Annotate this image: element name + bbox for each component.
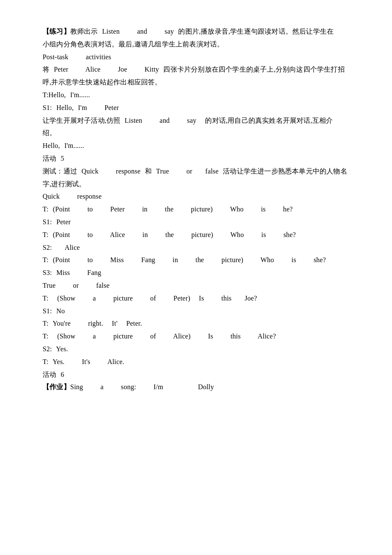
line-21: True or false (43, 280, 349, 292)
line-23: S1: No (43, 305, 349, 318)
line-9: 绍。 (43, 127, 349, 139)
line-20: S3: Miss Fang (43, 267, 349, 279)
line-18: S2: Alice (43, 242, 349, 254)
line-10: Hello, I'm...... (43, 140, 349, 152)
line-6: T:Hello, I'm...... (43, 89, 349, 101)
line-26: S2: Yes. (43, 343, 349, 356)
line-27: T: Yes. It's Alice. (43, 356, 349, 368)
line-25: T: (Show a picture of Alice) Is this Ali… (43, 330, 349, 343)
line-5: 呼,并示意学生快速站起作出相应回答。 (43, 76, 349, 89)
line-19: T: (Point to Miss Fang in the picture) W… (43, 254, 349, 266)
line-3: Post-task activities (43, 51, 349, 64)
line-12: 测试：通过 Quick response 和 True or false 活动让… (43, 165, 349, 178)
line-1: 【练习】教师出示 Listen and say 的图片,播放录音,学生逐句跟读对… (43, 26, 349, 38)
line-2: 小组内分角色表演对话。最后,邀请几组学生上前表演对话。 (43, 38, 349, 51)
page-content: 【练习】教师出示 Listen and say 的图片,播放录音,学生逐句跟读对… (0, 0, 392, 419)
line-17: T: (Point to Alice in the picture) Who i… (43, 229, 349, 241)
line-28: 活动 6 (43, 369, 349, 381)
line-16: S1: Peter (43, 216, 349, 228)
line-4: 将 Peter Alice Joe Kitty 四张卡片分别放在四个学生的桌子上… (43, 64, 349, 76)
line-8: 让学生开展对子活动,仿照 Listen and say 的对话,用自己的真实姓名… (43, 115, 349, 127)
line-24: T: You're right. It' Peter. (43, 318, 349, 330)
line-15: T: (Point to Peter in the picture) Who i… (43, 203, 349, 216)
line-13: 字,进行测试。 (43, 178, 349, 191)
line-29: 【作业】Sing a song: I/m Dolly (43, 381, 349, 393)
line-14: Quick response (43, 191, 349, 203)
line-11: 活动 5 (43, 153, 349, 165)
line-7: S1: Hello, I'm Peter (43, 102, 349, 114)
line-22: T: (Show a picture of Peter) Is this Joe… (43, 292, 349, 305)
